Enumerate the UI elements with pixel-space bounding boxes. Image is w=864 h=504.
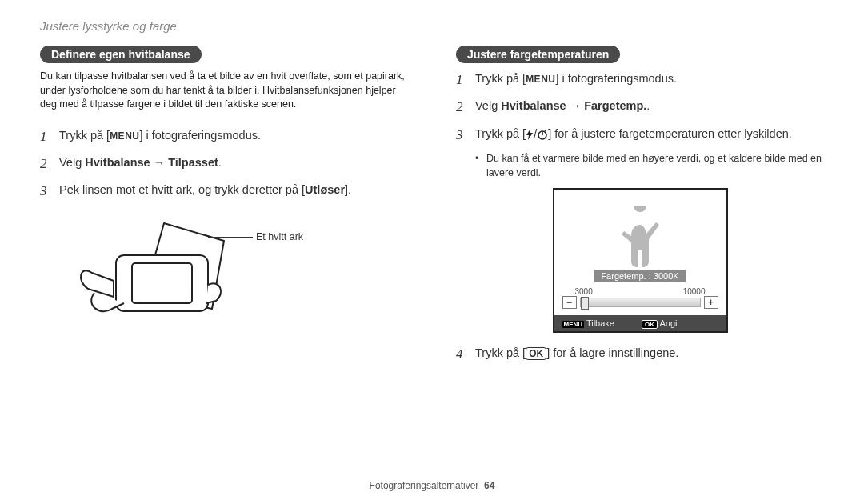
set-label: Angi (659, 318, 677, 328)
step-number: 2 (456, 97, 467, 118)
step-2-left: 2 Velg Hvitbalanse → Tilpasset. (40, 154, 408, 174)
ok-icon: OK (526, 347, 546, 360)
plus-button[interactable]: + (704, 296, 718, 309)
back-label: Tilbake (586, 318, 614, 328)
slider-max: 10000 (683, 287, 706, 296)
step-number: 3 (456, 125, 467, 146)
section-heading-left: Definere egen hvitbalanse (40, 46, 202, 63)
note-bullet: • Du kan få et varmere bilde med en høye… (475, 152, 824, 180)
ok-icon: OK (642, 320, 658, 329)
step-number: 1 (40, 126, 51, 147)
slider-min: 3000 (575, 287, 593, 296)
flash-icon (526, 129, 534, 140)
menu-icon: MENU (526, 72, 555, 87)
page-title: Justere lysstyrke og farge (40, 19, 824, 33)
step-3-right: 3 Trykk på [/] for å justere fargetemper… (456, 125, 824, 146)
camera-screen-preview: Fargetemp. : 3000K 3000 10000 − + MENU T… (553, 188, 728, 333)
silhouette-icon (620, 206, 660, 270)
slider-handle[interactable] (581, 297, 589, 310)
step-number: 4 (456, 344, 467, 365)
control-label: Fargetemp. : 3000K (594, 270, 685, 282)
menu-icon: MENU (562, 321, 585, 328)
step-1-right: 1 Trykk på [MENU] i fotograferingsmodus. (456, 70, 824, 90)
right-column: Justere fargetemperaturen 1 Trykk på [ME… (456, 46, 824, 371)
minus-button[interactable]: − (562, 296, 577, 309)
callout-line (208, 237, 253, 238)
page-footer: Fotograferingsalternativer 64 (0, 480, 864, 491)
figure-label: Et hvitt ark (256, 231, 303, 242)
left-column: Definere egen hvitbalanse Du kan tilpass… (40, 46, 408, 371)
figure-paper-sheet: Et hvitt ark (56, 217, 408, 332)
step-2-right: 2 Velg Hvitbalanse → Fargetemp.. (456, 97, 824, 118)
menu-icon: MENU (110, 129, 139, 144)
step-4-right: 4 Trykk på [OK] for å lagre innstillinge… (456, 344, 824, 365)
svg-rect-1 (132, 263, 192, 303)
step-number: 2 (40, 154, 51, 174)
intro-text: Du kan tilpasse hvitbalansen ved å ta et… (40, 70, 408, 112)
step-1-left: 1 Trykk på [MENU] i fotograferingsmodus. (40, 126, 408, 147)
step-number: 3 (40, 181, 51, 202)
section-heading-right: Justere fargetemperaturen (456, 46, 620, 63)
step-number: 1 (456, 70, 467, 90)
step-3-left: 3 Pek linsen mot et hvitt ark, og trykk … (40, 181, 408, 202)
timer-icon (537, 129, 548, 140)
slider-track[interactable] (580, 298, 701, 307)
